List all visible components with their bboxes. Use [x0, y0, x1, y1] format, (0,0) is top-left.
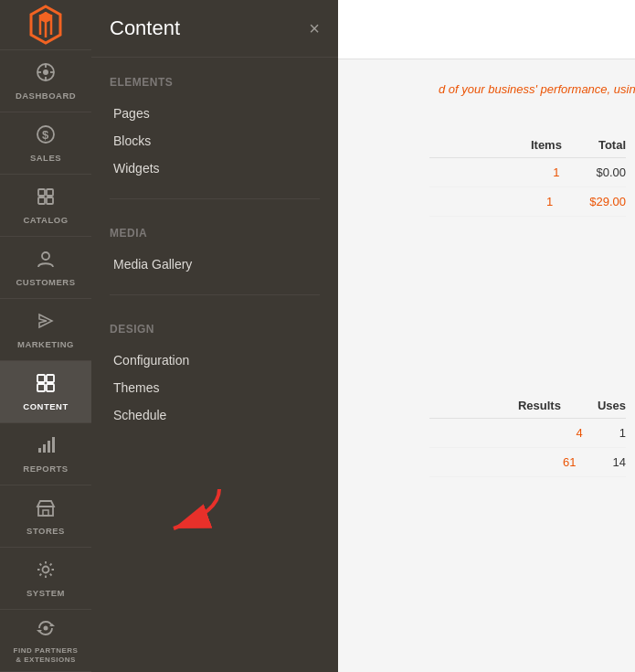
divider-1 [110, 198, 320, 199]
content-icon [36, 373, 56, 398]
svg-text:$: $ [42, 128, 49, 142]
arrow-icon [155, 485, 228, 535]
partners-icon [36, 618, 56, 643]
table2-col-results: Results [518, 399, 561, 412]
sidebar-item-catalog[interactable]: CATALOG [0, 175, 91, 237]
svg-point-25 [44, 626, 48, 631]
row1-items: 1 [553, 165, 559, 179]
svg-point-24 [43, 567, 49, 573]
sales-icon: $ [36, 124, 56, 149]
menu-item-schedule[interactable]: Schedule [110, 401, 320, 429]
design-section: Design Configuration Themes Schedule [91, 304, 338, 436]
elements-section-title: Elements [110, 76, 320, 89]
app-container: DASHBOARD $ SALES CATALOG [0, 0, 635, 672]
svg-rect-16 [37, 384, 45, 391]
sidebar-item-label-customers: CUSTOMERS [16, 277, 75, 287]
t2-row1-results: 4 [577, 426, 583, 440]
system-icon [36, 560, 56, 584]
menu-item-media-gallery[interactable]: Media Gallery [110, 251, 320, 278]
sidebar-item-reports[interactable]: REPORTS [0, 423, 91, 485]
svg-rect-11 [47, 197, 53, 204]
menu-item-widgets[interactable]: Widgets [110, 155, 320, 182]
sidebar-item-dashboard[interactable]: DASHBOARD [0, 50, 91, 112]
svg-rect-18 [38, 448, 41, 453]
table-row: 61 14 [429, 448, 626, 477]
sidebar-item-stores[interactable]: STORES [0, 485, 91, 548]
row2-items: 1 [546, 195, 553, 208]
sidebar-item-label-reports: REPORTS [23, 464, 68, 474]
sidebar-item-label-content: CONTENT [23, 401, 68, 411]
menu-item-pages[interactable]: Pages [110, 100, 320, 127]
svg-rect-19 [43, 444, 46, 453]
table1-col-total: Total [598, 138, 626, 152]
sidebar-item-label-catalog: CATALOG [23, 215, 68, 225]
sidebar-item-label-system: SYSTEM [26, 588, 65, 598]
dropdown-close-button[interactable]: × [309, 19, 320, 37]
menu-item-themes[interactable]: Themes [110, 374, 320, 401]
table-row: 1 $0.00 [429, 158, 626, 187]
svg-rect-17 [47, 384, 54, 391]
row1-total: $0.00 [596, 165, 626, 179]
svg-point-12 [42, 252, 49, 260]
customers-icon [36, 249, 56, 273]
table1-col-items: Items [531, 138, 562, 152]
sidebar-item-customers[interactable]: CUSTOMERS [0, 237, 91, 299]
svg-rect-8 [38, 189, 45, 196]
sidebar: DASHBOARD $ SALES CATALOG [0, 0, 91, 672]
t2-row1-uses: 1 [619, 426, 626, 440]
divider-2 [110, 294, 320, 295]
menu-item-configuration[interactable]: Configuration [110, 347, 320, 374]
performance-hint: d of your business' performance, using o… [439, 82, 635, 96]
svg-rect-20 [48, 441, 50, 453]
sidebar-item-label-partners: FIND PARTNERS& EXTENSIONS [14, 646, 79, 664]
svg-rect-23 [43, 510, 48, 516]
t2-row2-results: 61 [563, 455, 576, 469]
dropdown-title: Content [110, 16, 180, 40]
t2-row2-uses: 14 [613, 455, 626, 469]
table1-header: Items Total [429, 133, 626, 158]
sidebar-item-label-marketing: MARKETING [17, 339, 74, 349]
svg-rect-15 [47, 375, 54, 382]
content-dropdown-panel: Content × Elements Pages Blocks Widgets … [91, 0, 338, 672]
sidebar-item-content[interactable]: CONTENT [0, 361, 91, 423]
svg-rect-14 [37, 375, 45, 382]
sidebar-item-system[interactable]: SYSTEM [0, 548, 91, 610]
arrow-indicator [155, 485, 228, 539]
row2-total: $29.00 [589, 195, 626, 208]
table2-header: Results Uses [429, 393, 626, 419]
svg-rect-10 [38, 197, 45, 204]
reports-icon [36, 435, 56, 460]
table-row: 4 1 [429, 419, 626, 448]
svg-rect-9 [47, 189, 53, 196]
dropdown-header: Content × [91, 0, 338, 58]
table-section-2: Results Uses 4 1 61 14 [429, 393, 626, 477]
sidebar-item-label-sales: SALES [30, 153, 61, 163]
svg-marker-13 [39, 315, 52, 327]
sidebar-item-marketing[interactable]: MARKETING [0, 299, 91, 361]
dashboard-icon [36, 62, 56, 87]
media-section: Media Media Gallery [91, 208, 338, 285]
svg-point-1 [43, 69, 48, 75]
logo-area [0, 0, 91, 50]
table2-col-uses: Uses [598, 399, 626, 412]
magento-logo-icon [26, 5, 66, 45]
sidebar-item-sales[interactable]: $ SALES [0, 112, 91, 175]
catalog-icon [36, 187, 56, 211]
sidebar-item-label-dashboard: DASHBOARD [16, 91, 76, 101]
sidebar-item-partners[interactable]: FIND PARTNERS& EXTENSIONS [0, 610, 91, 672]
sidebar-item-label-stores: STORES [26, 526, 65, 536]
elements-section: Elements Pages Blocks Widgets [91, 58, 338, 189]
media-section-title: Media [110, 227, 320, 240]
table-section-1: Items Total 1 $0.00 1 $29.00 [429, 133, 626, 217]
stores-icon [36, 497, 56, 522]
svg-rect-21 [52, 437, 55, 453]
design-section-title: Design [110, 323, 320, 336]
marketing-icon [36, 311, 56, 336]
table-row: 1 $29.00 [429, 187, 626, 217]
svg-rect-22 [38, 507, 53, 516]
menu-item-blocks[interactable]: Blocks [110, 127, 320, 155]
